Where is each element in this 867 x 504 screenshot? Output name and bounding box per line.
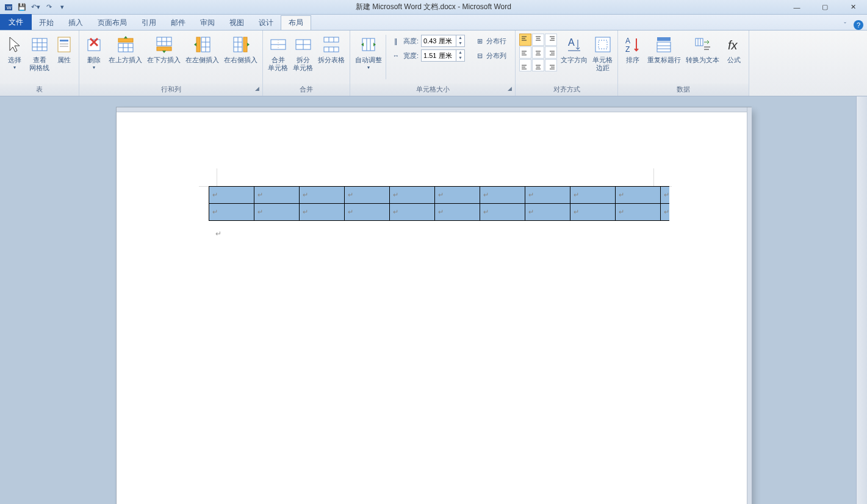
insert-below-button[interactable]: 在下方插入 [145, 32, 183, 65]
minimize-button[interactable]: — [783, 0, 811, 15]
align-mid-center[interactable] [532, 46, 544, 59]
table-cell[interactable]: ↵ [525, 187, 570, 204]
tab-view[interactable]: 视图 [222, 15, 251, 30]
align-bot-right[interactable] [545, 59, 557, 71]
align-mid-left[interactable] [519, 46, 531, 59]
table-cell[interactable]: ↵ [344, 204, 389, 221]
width-down[interactable]: ▼ [456, 56, 464, 61]
cell-margins-button[interactable]: 单元格 边距 [590, 32, 615, 73]
svg-rect-76 [595, 37, 610, 52]
distribute-cols-button[interactable]: ⊟分布列 [472, 49, 509, 62]
table-cell[interactable]: ↵ [299, 204, 344, 221]
properties-button[interactable]: 属性 [52, 32, 76, 65]
group-rowscols: 删除▾ 在上方插入 在下方插入 在左侧插入 在右侧插入 行和列◢ [79, 31, 263, 96]
align-top-right[interactable] [545, 34, 557, 46]
table-cell[interactable]: ↵ [299, 187, 344, 204]
tab-references[interactable]: 引用 [134, 15, 164, 30]
tab-design[interactable]: 设计 [251, 15, 281, 30]
split-cells-button[interactable]: 拆分 单元格 [290, 32, 315, 73]
table-cell[interactable]: ↵ [615, 204, 660, 221]
split-cells-icon [293, 35, 313, 54]
align-top-center[interactable] [532, 34, 544, 46]
table-cell[interactable]: ↵ [254, 204, 299, 221]
title-bar: W 💾 ↶▾ ↷ ▾ 表格工具 新建 Microsoft Word 文档.doc… [0, 0, 867, 15]
table-cell[interactable]: ↵ [480, 204, 525, 221]
tab-insert[interactable]: 插入 [61, 15, 90, 30]
undo-button[interactable]: ↶▾ [29, 1, 41, 13]
table-cell[interactable]: ↵ [254, 187, 299, 204]
merge-icon [268, 35, 288, 54]
row-end-mark: ↵ [660, 187, 669, 204]
align-mid-right[interactable] [545, 46, 557, 59]
svg-text:fx: fx [728, 38, 738, 52]
sort-button[interactable]: AZ 排序 [621, 32, 645, 65]
table-cell[interactable]: ↵ [525, 204, 570, 221]
autofit-button[interactable]: 自动调整▾ [353, 32, 384, 82]
table-cell[interactable]: ↵ [389, 204, 434, 221]
qat-customize[interactable]: ▾ [56, 1, 68, 13]
insert-left-button[interactable]: 在左侧插入 [183, 32, 221, 65]
table-cell[interactable]: ↵ [209, 204, 254, 221]
svg-text:A: A [568, 37, 575, 48]
text-direction-button[interactable]: A 文字方向 [558, 32, 590, 65]
redo-button[interactable]: ↷ [43, 1, 55, 13]
table-cell[interactable]: ↵ [570, 204, 615, 221]
align-bot-center[interactable] [532, 59, 544, 71]
table-cell[interactable]: ↵ [615, 187, 660, 204]
width-input[interactable] [422, 51, 456, 60]
table-cell[interactable]: ↵ [480, 187, 525, 204]
tab-file[interactable]: 文件 [0, 14, 32, 30]
merge-cells-button[interactable]: 合并 单元格 [265, 32, 290, 73]
group-data: AZ 排序 重复标题行 转换为文本 fx 公式 数据 [618, 31, 749, 96]
width-up[interactable]: ▲ [456, 50, 464, 56]
document-area[interactable]: ↵↵↵↵↵↵↵↵↵↵↵↵↵↵↵↵↵↵↵↵↵↵ ↵ [0, 96, 867, 504]
width-spinner[interactable]: ▲▼ [421, 49, 465, 62]
word-icon[interactable]: W [2, 1, 15, 13]
tab-home[interactable]: 开始 [32, 15, 61, 30]
tab-pagelayout[interactable]: 页面布局 [90, 15, 134, 30]
save-button[interactable]: 💾 [16, 1, 28, 13]
formula-button[interactable]: fx 公式 [722, 32, 746, 65]
document-table[interactable]: ↵↵↵↵↵↵↵↵↵↵↵↵↵↵↵↵↵↵↵↵↵↵ [209, 186, 669, 221]
align-bot-left[interactable] [519, 59, 531, 71]
vertical-scrollbar[interactable] [856, 96, 867, 504]
convert-to-text-button[interactable]: 转换为文本 [683, 32, 722, 65]
height-up[interactable]: ▲ [456, 35, 464, 41]
margin-mark-tl [199, 168, 217, 187]
tab-mailings[interactable]: 邮件 [164, 15, 193, 30]
delete-button[interactable]: 删除▾ [82, 32, 106, 71]
svg-text:Z: Z [625, 45, 630, 54]
help-button[interactable]: ? [854, 20, 863, 30]
group-merge: 合并 单元格 拆分 单元格 拆分表格 合并 [263, 31, 350, 96]
group-cellsize: 自动调整▾ ‖ 高度: ▲▼ ↔ 宽度: ▲▼ [350, 31, 516, 96]
height-icon: ‖ [391, 36, 401, 46]
table-cell[interactable]: ↵ [434, 204, 480, 221]
tab-layout[interactable]: 布局 [281, 15, 311, 30]
height-input[interactable] [422, 37, 456, 45]
insert-right-button[interactable]: 在右侧插入 [221, 32, 260, 65]
table-cell[interactable]: ↵ [570, 187, 615, 204]
split-table-button[interactable]: 拆分表格 [315, 32, 347, 65]
height-down[interactable]: ▼ [456, 41, 464, 46]
repeat-header-button[interactable]: 重复标题行 [645, 32, 683, 65]
svg-rect-44 [362, 38, 375, 51]
maximize-button[interactable]: ▢ [811, 0, 839, 15]
table-cell[interactable]: ↵ [209, 187, 254, 204]
table-cell[interactable]: ↵ [344, 187, 389, 204]
dist-cols-icon: ⊟ [475, 51, 484, 60]
svg-rect-21 [157, 47, 171, 51]
table-cell[interactable]: ↵ [434, 187, 480, 204]
rowscols-dialog-launcher[interactable]: ◢ [253, 85, 261, 93]
tab-review[interactable]: 审阅 [193, 15, 222, 30]
cellsize-dialog-launcher[interactable]: ◢ [506, 85, 513, 93]
select-button[interactable]: 选择▾ [2, 32, 27, 71]
split-table-icon [322, 35, 341, 54]
height-spinner[interactable]: ▲▼ [421, 35, 465, 47]
close-button[interactable]: ✕ [839, 0, 867, 15]
align-top-left[interactable] [519, 34, 531, 46]
minimize-ribbon-button[interactable]: ˇ [840, 20, 850, 30]
insert-above-button[interactable]: 在上方插入 [106, 32, 145, 65]
table-cell[interactable]: ↵ [389, 187, 434, 204]
view-gridlines-button[interactable]: 查看 网格线 [27, 32, 52, 73]
distribute-rows-button[interactable]: ⊞分布行 [472, 35, 509, 47]
